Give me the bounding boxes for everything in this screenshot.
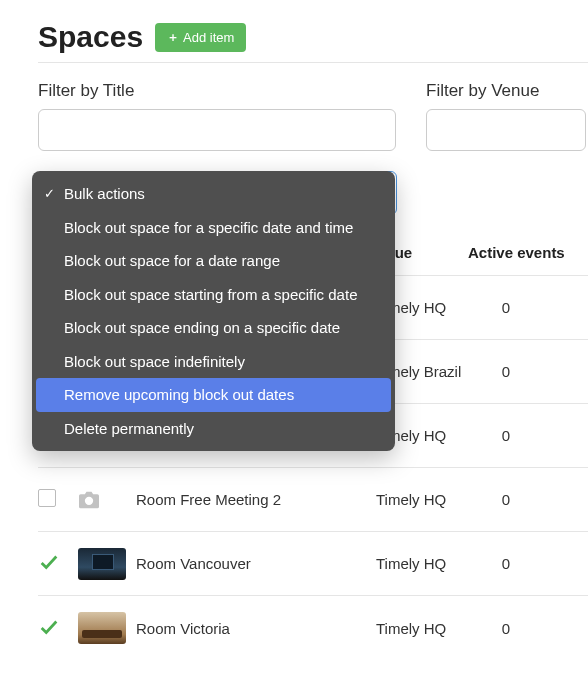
page-title: Spaces [38, 20, 143, 54]
row-checkbox[interactable] [38, 489, 56, 507]
row-active-events: 0 [476, 491, 536, 508]
plus-icon: ＋ [167, 29, 179, 46]
row-title[interactable]: Room Victoria [136, 620, 376, 637]
row-venue: Timely HQ [376, 620, 476, 637]
filter-venue-label: Filter by Venue [426, 81, 586, 101]
bulk-action-option[interactable]: Block out space indefinitely [36, 345, 391, 379]
bulk-actions-dropdown: Bulk actionsBlock out space for a specif… [32, 171, 395, 451]
row-venue: Timely HQ [376, 555, 476, 572]
row-active-events: 0 [476, 620, 536, 637]
bulk-action-option[interactable]: Block out space ending on a specific dat… [36, 311, 391, 345]
col-header-events[interactable]: Active events [468, 244, 588, 261]
filter-title-input[interactable] [38, 109, 396, 151]
bulk-action-option[interactable]: Block out space starting from a specific… [36, 278, 391, 312]
table-row: Room VictoriaTimely HQ0 [38, 596, 588, 660]
bulk-action-option[interactable]: Delete permanently [36, 412, 391, 446]
check-icon[interactable] [38, 624, 60, 641]
table-row: Room Free Meeting 2Timely HQ0 [38, 468, 588, 532]
bulk-action-option[interactable]: Bulk actions [36, 177, 391, 211]
room-thumbnail [78, 612, 126, 644]
filter-bar: Filter by Title Filter by Venue [38, 81, 588, 151]
page-header: Spaces ＋ Add item [38, 20, 588, 63]
row-active-events: 0 [476, 555, 536, 572]
row-active-events: 0 [476, 363, 536, 380]
row-active-events: 0 [476, 427, 536, 444]
row-title[interactable]: Room Vancouver [136, 555, 376, 572]
add-item-label: Add item [183, 30, 234, 45]
filter-venue-input[interactable] [426, 109, 586, 151]
bulk-action-option[interactable]: Remove upcoming block out dates [36, 378, 391, 412]
check-icon[interactable] [38, 559, 60, 576]
table-row: Room VancouverTimely HQ0 [38, 532, 588, 596]
filter-title-label: Filter by Title [38, 81, 396, 101]
room-thumbnail [78, 548, 126, 580]
row-active-events: 0 [476, 299, 536, 316]
add-item-button[interactable]: ＋ Add item [155, 23, 246, 52]
row-venue: Timely HQ [376, 491, 476, 508]
bulk-action-option[interactable]: Block out space for a specific date and … [36, 211, 391, 245]
camera-icon [78, 489, 100, 511]
bulk-action-option[interactable]: Block out space for a date range [36, 244, 391, 278]
row-title[interactable]: Room Free Meeting 2 [136, 491, 376, 508]
